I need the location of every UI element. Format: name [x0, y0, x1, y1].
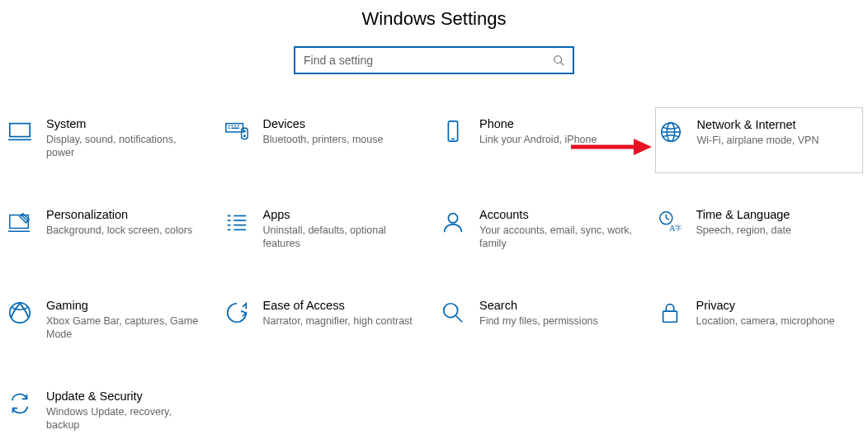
tile-text: Time & Language Speech, region, date: [696, 208, 857, 254]
phone-icon: [440, 119, 466, 145]
search-box[interactable]: [294, 46, 574, 74]
tile-text: Network & Internet Wi-Fi, airplane mode,…: [697, 118, 856, 163]
svg-rect-2: [10, 124, 30, 137]
tile-title: Network & Internet: [697, 118, 851, 131]
tile-text: Phone Link your Android, iPhone: [479, 117, 640, 163]
tile-desc: Narrator, magnifier, high contrast: [263, 314, 419, 328]
tile-ease-of-access[interactable]: Ease of Access Narrator, magnifier, high…: [222, 289, 431, 355]
tile-title: Privacy: [696, 299, 852, 312]
tile-desc: Uninstall, defaults, optional features: [263, 224, 419, 251]
tile-title: Time & Language: [696, 208, 852, 221]
settings-grid: System Display, sound, notifications, po…: [0, 107, 868, 444]
tile-personalization[interactable]: Personalization Background, lock screen,…: [5, 198, 214, 264]
tile-title: Phone: [479, 117, 635, 130]
svg-point-37: [444, 304, 458, 318]
tile-text: Search Find my files, permissions: [479, 299, 640, 345]
tile-text: Gaming Xbox Game Bar, captures, Game Mod…: [46, 299, 207, 345]
tile-title: System: [46, 117, 202, 130]
svg-line-33: [666, 218, 669, 220]
tile-search[interactable]: Search Find my files, permissions: [438, 289, 647, 355]
tile-desc: Location, camera, microphone: [696, 314, 852, 328]
tile-title: Apps: [263, 208, 419, 221]
search-category-icon: [440, 300, 466, 327]
svg-text:字: 字: [674, 224, 681, 232]
tile-title: Update & Security: [46, 390, 202, 403]
tile-desc: Speech, region, date: [696, 224, 852, 237]
tile-title: Accounts: [479, 208, 635, 221]
tile-devices[interactable]: Devices Bluetooth, printers, mouse: [222, 107, 431, 173]
tile-privacy[interactable]: Privacy Location, camera, microphone: [655, 289, 864, 355]
personalization-icon: [7, 210, 33, 236]
apps-icon: [224, 210, 250, 236]
accounts-icon: [440, 210, 466, 236]
tile-title: Devices: [263, 117, 419, 130]
svg-line-38: [456, 316, 463, 323]
tile-desc: Display, sound, notifications, power: [46, 133, 202, 160]
search-container: [0, 46, 868, 107]
tile-title: Ease of Access: [263, 299, 419, 312]
tile-network[interactable]: Network & Internet Wi-Fi, airplane mode,…: [655, 107, 864, 173]
network-icon: [658, 120, 684, 146]
ease-of-access-icon: [224, 300, 250, 327]
svg-line-1: [561, 63, 564, 66]
tile-update-security[interactable]: Update & Security Windows Update, recove…: [5, 380, 214, 444]
tile-desc: Background, lock screen, colors: [46, 224, 202, 237]
search-input[interactable]: [304, 54, 553, 67]
tile-text: Privacy Location, camera, microphone: [696, 299, 857, 345]
system-icon: [7, 119, 33, 145]
privacy-icon: [657, 300, 683, 327]
devices-icon: [224, 119, 250, 145]
tile-text: Update & Security Windows Update, recove…: [46, 390, 207, 436]
svg-point-12: [243, 130, 245, 132]
tile-text: Ease of Access Narrator, magnifier, high…: [263, 299, 424, 345]
tile-desc: Your accounts, email, sync, work, family: [479, 224, 635, 251]
tile-apps[interactable]: Apps Uninstall, defaults, optional featu…: [222, 198, 431, 264]
tile-time-language[interactable]: A 字 Time & Language Speech, region, date: [655, 198, 864, 264]
tile-title: Search: [479, 299, 635, 312]
tile-title: Gaming: [46, 299, 202, 312]
tile-accounts[interactable]: Accounts Your accounts, email, sync, wor…: [438, 198, 647, 264]
tile-system[interactable]: System Display, sound, notifications, po…: [5, 107, 214, 173]
gaming-icon: [7, 300, 33, 327]
svg-rect-39: [663, 311, 677, 322]
page-title: Windows Settings: [0, 0, 868, 46]
update-security-icon: [7, 391, 33, 418]
tile-text: Devices Bluetooth, printers, mouse: [263, 117, 424, 163]
svg-line-21: [21, 215, 28, 222]
tile-text: System Display, sound, notifications, po…: [46, 117, 207, 163]
tile-phone[interactable]: Phone Link your Android, iPhone: [438, 107, 647, 173]
tile-title: Personalization: [46, 208, 202, 221]
tile-text: Apps Uninstall, defaults, optional featu…: [263, 208, 424, 254]
tile-desc: Link your Android, iPhone: [479, 133, 635, 146]
tile-desc: Find my files, permissions: [479, 314, 635, 328]
tile-text: Accounts Your accounts, email, sync, wor…: [479, 208, 640, 254]
svg-point-0: [554, 56, 562, 64]
tile-desc: Windows Update, recovery, backup: [46, 405, 202, 432]
search-icon: [553, 54, 564, 66]
svg-point-30: [448, 214, 457, 223]
svg-point-13: [243, 135, 245, 137]
tile-gaming[interactable]: Gaming Xbox Game Bar, captures, Game Mod…: [5, 289, 214, 355]
tile-desc: Xbox Game Bar, captures, Game Mode: [46, 314, 202, 342]
tile-text: Personalization Background, lock screen,…: [46, 208, 207, 254]
tile-desc: Bluetooth, printers, mouse: [263, 133, 419, 146]
time-language-icon: A 字: [657, 210, 683, 236]
tile-desc: Wi-Fi, airplane mode, VPN: [697, 134, 851, 147]
